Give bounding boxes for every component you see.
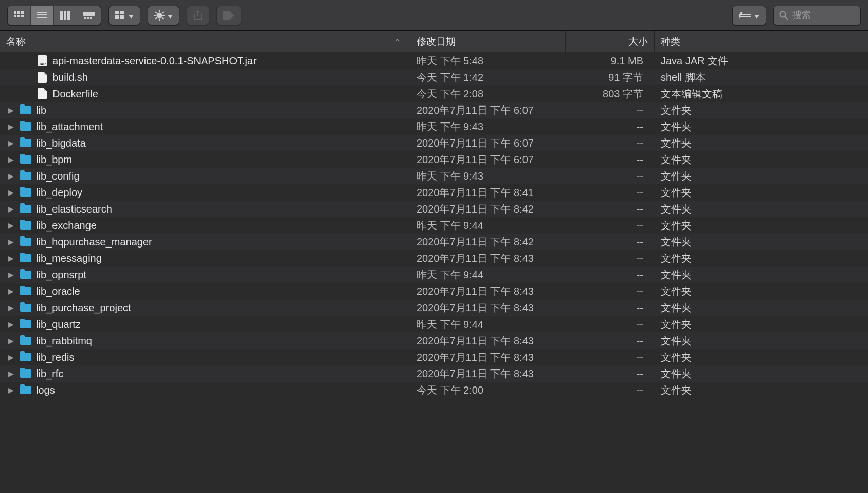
share-icon xyxy=(193,10,203,21)
file-name-label: lib_oracle xyxy=(36,286,80,297)
file-row[interactable]: ▶lib_quartz昨天 下午 9:44--文件夹 xyxy=(0,316,868,332)
disclosure-triangle-icon[interactable]: ▶ xyxy=(3,172,19,180)
folder-icon xyxy=(19,254,33,262)
file-row[interactable]: ▶logs今天 下午 2:00--文件夹 xyxy=(0,382,868,398)
file-row[interactable]: ▶lib_bpm2020年7月11日 下午 6:07--文件夹 xyxy=(0,151,868,168)
svg-rect-5 xyxy=(21,15,24,17)
folder-icon xyxy=(19,386,33,394)
arrange-dropdown[interactable] xyxy=(109,6,140,25)
folder-icon xyxy=(19,155,33,164)
search-input[interactable] xyxy=(792,10,844,21)
disclosure-triangle-icon[interactable]: ▶ xyxy=(3,254,19,262)
file-row[interactable]: ▶lib_rfc2020年7月11日 下午 8:43--文件夹 xyxy=(0,365,868,382)
svg-rect-1 xyxy=(17,11,20,14)
file-row[interactable]: ▶lib_exchange昨天 下午 9:44--文件夹 xyxy=(0,217,868,234)
column-header-name[interactable]: 名称 ⌃ xyxy=(0,31,410,52)
svg-rect-8 xyxy=(37,17,47,18)
sort-ascending-icon: ⌃ xyxy=(394,38,401,46)
file-row[interactable]: ▶lib_rabbitmq2020年7月11日 下午 8:43--文件夹 xyxy=(0,332,868,349)
svg-rect-10 xyxy=(64,11,66,20)
tags-button[interactable] xyxy=(216,6,241,25)
svg-rect-29 xyxy=(161,11,164,13)
svg-rect-27 xyxy=(161,17,164,19)
file-row[interactable]: ▶lib_messaging2020年7月11日 下午 8:43--文件夹 xyxy=(0,250,868,267)
disclosure-triangle-icon[interactable]: ▶ xyxy=(3,271,19,279)
file-name-label: lib_attachment xyxy=(36,121,103,133)
file-row[interactable]: ▶lib_elasticsearch2020年7月11日 下午 8:42--文件… xyxy=(0,201,868,217)
tag-icon xyxy=(223,11,234,20)
cell-name: ▶lib_messaging xyxy=(0,253,410,265)
view-list-button[interactable] xyxy=(31,6,54,25)
view-gallery-button[interactable] xyxy=(77,6,101,25)
share-button[interactable] xyxy=(187,6,209,25)
cell-kind: 文件夹 xyxy=(655,301,868,315)
svg-point-21 xyxy=(157,13,161,17)
disclosure-triangle-icon[interactable]: ▶ xyxy=(3,238,19,246)
view-column-button[interactable] xyxy=(54,6,77,25)
file-row[interactable]: ▶lib2020年7月11日 下午 6:07--文件夹 xyxy=(0,102,868,118)
disclosure-triangle-icon[interactable]: ▶ xyxy=(3,320,19,328)
column-header-kind[interactable]: 种类 xyxy=(655,31,868,52)
file-row[interactable]: ▶lib_opnsrpt昨天 下午 9:44--文件夹 xyxy=(0,267,868,283)
file-row[interactable]: ▶lib_oracle2020年7月11日 下午 8:43--文件夹 xyxy=(0,283,868,300)
cell-name: ▶lib_rfc xyxy=(0,368,410,380)
disclosure-triangle-icon[interactable]: ▶ xyxy=(3,106,19,114)
disclosure-triangle-icon[interactable]: ▶ xyxy=(3,304,19,312)
file-row[interactable]: ▶lib_config昨天 下午 9:43--文件夹 xyxy=(0,168,868,184)
cell-date: 2020年7月11日 下午 8:43 xyxy=(410,301,566,315)
disclosure-triangle-icon[interactable]: ▶ xyxy=(3,122,19,131)
search-icon xyxy=(779,11,788,20)
file-row[interactable]: Dockerfile今天 下午 2:08803 字节文本编辑文稿 xyxy=(0,85,868,102)
custom-tool-dropdown[interactable] xyxy=(732,6,766,25)
arrange-icon xyxy=(115,11,125,20)
disclosure-triangle-icon[interactable]: ▶ xyxy=(3,139,19,147)
disclosure-triangle-icon[interactable]: ▶ xyxy=(3,155,19,164)
cell-kind: 文件夹 xyxy=(655,318,868,331)
file-row[interactable]: ▶lib_deploy2020年7月11日 下午 8:41--文件夹 xyxy=(0,184,868,201)
cell-kind: 文件夹 xyxy=(655,136,868,150)
svg-rect-11 xyxy=(67,11,70,20)
disclosure-triangle-icon[interactable]: ▶ xyxy=(3,221,19,230)
disclosure-triangle-icon[interactable]: ▶ xyxy=(3,205,19,213)
svg-rect-26 xyxy=(155,11,157,13)
column-header-date[interactable]: 修改日期 xyxy=(410,31,566,52)
search-field[interactable] xyxy=(773,6,861,25)
folder-icon xyxy=(19,369,33,378)
file-row[interactable]: JARapi-masterdata-service-0.0.1-SNAPSHOT… xyxy=(0,52,868,69)
cell-name: ▶lib_elasticsearch xyxy=(0,203,410,215)
disclosure-triangle-icon[interactable]: ▶ xyxy=(3,287,19,295)
chevron-down-icon xyxy=(754,10,760,21)
file-row[interactable]: ▶lib_hqpurchase_manager2020年7月11日 下午 8:4… xyxy=(0,234,868,250)
cell-size: -- xyxy=(566,384,655,396)
column-header-size[interactable]: 大小 xyxy=(566,31,655,52)
disclosure-triangle-icon[interactable]: ▶ xyxy=(3,188,19,197)
view-icon-button[interactable] xyxy=(8,6,31,25)
disclosure-triangle-icon[interactable]: ▶ xyxy=(3,353,19,361)
chevron-down-icon xyxy=(129,10,134,21)
svg-rect-9 xyxy=(60,11,63,20)
file-row[interactable]: ▶lib_bigdata2020年7月11日 下午 6:07--文件夹 xyxy=(0,135,868,151)
disclosure-triangle-icon[interactable]: ▶ xyxy=(3,369,19,378)
disclosure-triangle-icon[interactable]: ▶ xyxy=(3,337,19,345)
file-name-label: lib_config xyxy=(36,170,80,182)
cell-name: ▶lib_purchase_project xyxy=(0,302,410,314)
cell-name: ▶lib_oracle xyxy=(0,286,410,297)
file-row[interactable]: ▶lib_purchase_project2020年7月11日 下午 8:43-… xyxy=(0,300,868,316)
file-name-label: lib_bigdata xyxy=(36,137,86,149)
folder-icon xyxy=(19,287,33,295)
cell-name: ▶lib_deploy xyxy=(0,187,410,199)
folder-icon xyxy=(19,221,33,230)
cell-kind: 文件夹 xyxy=(655,186,868,200)
file-row[interactable]: build.sh今天 下午 1:4291 字节shell 脚本 xyxy=(0,69,868,85)
cell-date: 2020年7月11日 下午 8:43 xyxy=(410,367,566,381)
cell-date: 2020年7月11日 下午 8:43 xyxy=(410,334,566,348)
disclosure-triangle-icon[interactable]: ▶ xyxy=(3,386,19,394)
cell-kind: 文件夹 xyxy=(655,103,868,117)
cell-name: build.sh xyxy=(0,72,410,83)
cell-date: 昨天 下午 5:48 xyxy=(410,54,566,68)
cell-kind: 文件夹 xyxy=(655,219,868,233)
svg-rect-13 xyxy=(84,17,86,19)
file-row[interactable]: ▶lib_attachment昨天 下午 9:43--文件夹 xyxy=(0,118,868,135)
action-dropdown[interactable] xyxy=(148,6,179,25)
file-row[interactable]: ▶lib_redis2020年7月11日 下午 8:43--文件夹 xyxy=(0,349,868,365)
